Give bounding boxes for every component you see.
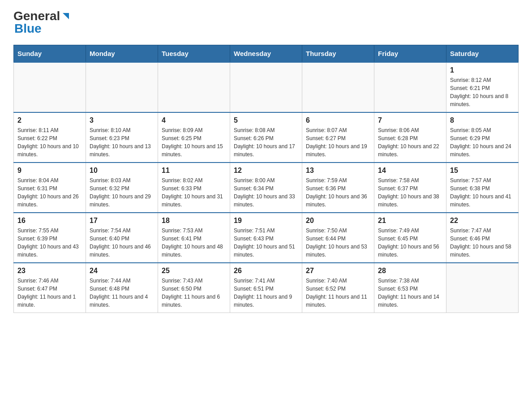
day-number: 16 (17, 217, 82, 225)
calendar-cell: 15Sunrise: 7:57 AMSunset: 6:38 PMDayligh… (446, 163, 519, 213)
calendar-cell (230, 62, 302, 112)
day-info: Sunrise: 7:49 AMSunset: 6:45 PMDaylight:… (378, 227, 442, 259)
calendar-cell: 18Sunrise: 7:53 AMSunset: 6:41 PMDayligh… (158, 213, 230, 263)
day-info: Sunrise: 8:02 AMSunset: 6:33 PMDaylight:… (162, 176, 226, 209)
weekday-header-monday: Monday (86, 45, 158, 63)
logo-blue: Blue (14, 21, 42, 36)
day-number: 9 (17, 167, 82, 175)
week-row-1: 1Sunrise: 8:12 AMSunset: 6:21 PMDaylight… (14, 62, 519, 112)
calendar-cell: 27Sunrise: 7:40 AMSunset: 6:52 PMDayligh… (302, 263, 374, 313)
day-number: 15 (450, 167, 515, 175)
calendar-cell: 19Sunrise: 7:51 AMSunset: 6:43 PMDayligh… (230, 213, 302, 263)
day-number: 10 (90, 167, 154, 175)
day-info: Sunrise: 7:46 AMSunset: 6:47 PMDaylight:… (17, 277, 82, 309)
day-info: Sunrise: 8:07 AMSunset: 6:27 PMDaylight:… (306, 126, 370, 158)
day-info: Sunrise: 8:04 AMSunset: 6:31 PMDaylight:… (17, 176, 82, 209)
calendar-cell: 14Sunrise: 7:58 AMSunset: 6:37 PMDayligh… (374, 163, 446, 213)
calendar-cell: 23Sunrise: 7:46 AMSunset: 6:47 PMDayligh… (14, 263, 86, 313)
week-row-2: 2Sunrise: 8:11 AMSunset: 6:22 PMDaylight… (14, 112, 519, 163)
calendar-cell: 20Sunrise: 7:50 AMSunset: 6:44 PMDayligh… (302, 213, 374, 263)
day-info: Sunrise: 7:44 AMSunset: 6:48 PMDaylight:… (90, 277, 154, 309)
day-number: 3 (90, 116, 154, 124)
day-number: 4 (162, 116, 226, 124)
calendar-cell: 16Sunrise: 7:55 AMSunset: 6:39 PMDayligh… (14, 213, 86, 263)
calendar-cell (374, 62, 446, 112)
calendar-cell: 6Sunrise: 8:07 AMSunset: 6:27 PMDaylight… (302, 112, 374, 163)
page-header: General Blue (13, 9, 519, 36)
day-number: 20 (306, 217, 370, 225)
day-info: Sunrise: 7:59 AMSunset: 6:36 PMDaylight:… (306, 176, 370, 209)
day-info: Sunrise: 8:12 AMSunset: 6:21 PMDaylight:… (450, 76, 515, 108)
calendar-cell: 4Sunrise: 8:09 AMSunset: 6:25 PMDaylight… (158, 112, 230, 163)
calendar-cell (302, 62, 374, 112)
calendar-cell (14, 62, 86, 112)
calendar-cell: 12Sunrise: 8:00 AMSunset: 6:34 PMDayligh… (230, 163, 302, 213)
calendar-cell (86, 62, 158, 112)
calendar-cell: 22Sunrise: 7:47 AMSunset: 6:46 PMDayligh… (446, 213, 519, 263)
weekday-header-tuesday: Tuesday (158, 45, 230, 63)
calendar-cell (446, 263, 519, 313)
calendar-cell: 7Sunrise: 8:06 AMSunset: 6:28 PMDaylight… (374, 112, 446, 163)
logo: General Blue (13, 9, 71, 36)
calendar-cell: 17Sunrise: 7:54 AMSunset: 6:40 PMDayligh… (86, 213, 158, 263)
calendar-cell: 10Sunrise: 8:03 AMSunset: 6:32 PMDayligh… (86, 163, 158, 213)
day-info: Sunrise: 8:11 AMSunset: 6:22 PMDaylight:… (17, 126, 82, 158)
day-info: Sunrise: 7:54 AMSunset: 6:40 PMDaylight:… (90, 227, 154, 259)
day-number: 25 (162, 267, 226, 275)
svg-marker-0 (63, 13, 69, 19)
day-number: 11 (162, 167, 226, 175)
day-info: Sunrise: 7:50 AMSunset: 6:44 PMDaylight:… (306, 227, 370, 259)
day-info: Sunrise: 7:47 AMSunset: 6:46 PMDaylight:… (450, 227, 515, 259)
day-number: 27 (306, 267, 370, 275)
day-number: 12 (234, 167, 298, 175)
calendar-cell: 26Sunrise: 7:41 AMSunset: 6:51 PMDayligh… (230, 263, 302, 313)
calendar-cell: 13Sunrise: 7:59 AMSunset: 6:36 PMDayligh… (302, 163, 374, 213)
day-info: Sunrise: 7:57 AMSunset: 6:38 PMDaylight:… (450, 176, 515, 209)
day-info: Sunrise: 7:38 AMSunset: 6:53 PMDaylight:… (378, 277, 442, 309)
day-number: 22 (450, 217, 515, 225)
calendar-header-row: SundayMondayTuesdayWednesdayThursdayFrid… (14, 45, 519, 63)
day-number: 26 (234, 267, 298, 275)
day-info: Sunrise: 7:55 AMSunset: 6:39 PMDaylight:… (17, 227, 82, 259)
day-number: 18 (162, 217, 226, 225)
day-info: Sunrise: 8:05 AMSunset: 6:29 PMDaylight:… (450, 126, 515, 158)
day-number: 17 (90, 217, 154, 225)
day-number: 21 (378, 217, 442, 225)
day-number: 2 (17, 116, 82, 124)
calendar-cell: 5Sunrise: 8:08 AMSunset: 6:26 PMDaylight… (230, 112, 302, 163)
day-number: 1 (450, 66, 515, 74)
day-info: Sunrise: 8:10 AMSunset: 6:23 PMDaylight:… (90, 126, 154, 158)
calendar-cell: 3Sunrise: 8:10 AMSunset: 6:23 PMDaylight… (86, 112, 158, 163)
weekday-header-thursday: Thursday (302, 45, 374, 63)
calendar-cell (158, 62, 230, 112)
day-info: Sunrise: 8:03 AMSunset: 6:32 PMDaylight:… (90, 176, 154, 209)
week-row-4: 16Sunrise: 7:55 AMSunset: 6:39 PMDayligh… (14, 213, 519, 263)
day-info: Sunrise: 7:58 AMSunset: 6:37 PMDaylight:… (378, 176, 442, 209)
day-info: Sunrise: 8:00 AMSunset: 6:34 PMDaylight:… (234, 176, 298, 209)
day-number: 24 (90, 267, 154, 275)
day-number: 7 (378, 116, 442, 124)
calendar-cell: 2Sunrise: 8:11 AMSunset: 6:22 PMDaylight… (14, 112, 86, 163)
day-number: 14 (378, 167, 442, 175)
calendar-cell: 11Sunrise: 8:02 AMSunset: 6:33 PMDayligh… (158, 163, 230, 213)
day-number: 28 (378, 267, 442, 275)
weekday-header-wednesday: Wednesday (230, 45, 302, 63)
day-info: Sunrise: 7:43 AMSunset: 6:50 PMDaylight:… (162, 277, 226, 309)
weekday-header-saturday: Saturday (446, 45, 519, 63)
day-info: Sunrise: 8:06 AMSunset: 6:28 PMDaylight:… (378, 126, 442, 158)
day-info: Sunrise: 7:40 AMSunset: 6:52 PMDaylight:… (306, 277, 370, 309)
calendar-cell: 8Sunrise: 8:05 AMSunset: 6:29 PMDaylight… (446, 112, 519, 163)
day-number: 13 (306, 167, 370, 175)
calendar-cell: 25Sunrise: 7:43 AMSunset: 6:50 PMDayligh… (158, 263, 230, 313)
day-info: Sunrise: 8:09 AMSunset: 6:25 PMDaylight:… (162, 126, 226, 158)
calendar-cell: 28Sunrise: 7:38 AMSunset: 6:53 PMDayligh… (374, 263, 446, 313)
logo-triangle-icon (61, 11, 71, 21)
weekday-header-sunday: Sunday (14, 45, 86, 63)
day-number: 5 (234, 116, 298, 124)
calendar-cell: 21Sunrise: 7:49 AMSunset: 6:45 PMDayligh… (374, 213, 446, 263)
day-info: Sunrise: 7:41 AMSunset: 6:51 PMDaylight:… (234, 277, 298, 309)
calendar-cell: 9Sunrise: 8:04 AMSunset: 6:31 PMDaylight… (14, 163, 86, 213)
calendar-table: SundayMondayTuesdayWednesdayThursdayFrid… (13, 45, 519, 313)
weekday-header-friday: Friday (374, 45, 446, 63)
day-number: 23 (17, 267, 82, 275)
